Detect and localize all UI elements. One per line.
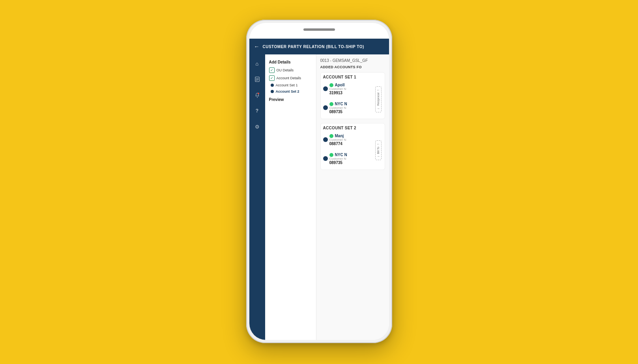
bill-arrow-left: ← (377, 142, 380, 146)
wizard-step-set1[interactable]: Account Set 1 (271, 83, 312, 87)
account-set-1-entry-1: Apoll Customer N 319913 (323, 82, 373, 95)
account-2-info: NYC N Customer N 089735 (329, 101, 373, 114)
account-check-box: ✓ (269, 75, 275, 81)
wizard-section-title: Add Details (269, 60, 312, 64)
wizard-step-set2[interactable]: Account Set 2 (271, 90, 312, 93)
account-1-name: Apoll (335, 83, 345, 87)
sidebar-help-icon[interactable]: ? (253, 106, 262, 115)
dot-col-2 (323, 105, 328, 110)
account-4-name: NYC N (335, 153, 347, 157)
ou-check-mark: ✓ (270, 69, 273, 72)
account-2-name: NYC N (335, 102, 347, 106)
svg-point-5 (258, 93, 259, 94)
screen: ← CUSTOMER PARTY RELATION (BILL TO-SHIP … (249, 39, 389, 340)
arrow-right: → (377, 107, 380, 110)
account-details-label: Account Details (277, 76, 301, 80)
account-4-number: 089735 (329, 161, 373, 165)
right-panel: 0013 - GEMSAM_GSL_GF ADDED ACCOUNTS FO A… (316, 54, 389, 340)
account-2-customer-label: Customer N (329, 106, 373, 110)
sidebar-document-icon[interactable] (253, 75, 262, 84)
sidebar-settings-icon[interactable]: ⚙ (253, 122, 262, 131)
set2-dot (271, 90, 274, 93)
header-bar: ← CUSTOMER PARTY RELATION (BILL TO-SHIP … (249, 39, 389, 54)
account-3-name: Manj (335, 134, 344, 138)
entry1-green-dot (329, 83, 333, 87)
wizard-panel: Add Details ✓ OU Details ✓ (265, 54, 316, 340)
scene: ← CUSTOMER PARTY RELATION (BILL TO-SHIP … (0, 0, 638, 364)
entry4-top-dot (323, 156, 328, 161)
entry2-green-dot (329, 102, 333, 106)
entry3-green-dot (329, 134, 333, 138)
account-4-info: NYC N Customer N 089735 (329, 152, 373, 165)
bill-to-label: Bill To (377, 147, 380, 154)
bill-to-box: ← Bill To → (375, 140, 382, 161)
main-content: Add Details ✓ OU Details ✓ (265, 54, 389, 340)
account-1-number: 319913 (329, 91, 373, 95)
set1-label: Account Set 1 (276, 83, 298, 87)
account-2-number: 089735 (329, 110, 373, 114)
wizard-step-ou[interactable]: ✓ OU Details (269, 67, 312, 73)
dot-col-1 (323, 86, 328, 91)
ou-check-box: ✓ (269, 67, 275, 73)
account-set-2-block: ACCOUNT SET 2 (320, 123, 385, 170)
arrow-left: ← (377, 88, 380, 92)
account-3-info: Manj Customer N 088774 (329, 133, 373, 146)
account-check-mark: ✓ (270, 77, 273, 80)
account-set-1-block: ACCOUNT SET 1 (320, 72, 385, 119)
account-1-info: Apoll Customer N 319913 (329, 82, 373, 95)
entry4-green-dot (329, 153, 333, 157)
account-3-customer-label: Customer N (329, 138, 373, 142)
entry1-top-dot (323, 86, 328, 91)
sidebar: ⌂ (249, 54, 265, 340)
sidebar-home-icon[interactable]: ⌂ (253, 59, 262, 68)
sidebar-notification-icon[interactable] (253, 91, 262, 99)
preview-label: Preview (269, 97, 312, 102)
phone-notch (303, 28, 335, 31)
account-set-2-entry-2: NYC N Customer N 089735 (323, 152, 373, 165)
reciprocal-connector: ← Reciprocal → (374, 82, 382, 116)
bill-to-connector: ← Bill To → (374, 133, 382, 167)
dot-col-3 (323, 137, 328, 142)
svg-point-4 (257, 97, 258, 98)
account-set-2-entry-1: Manj Customer N 088774 (323, 133, 373, 146)
spacer-2 (323, 148, 373, 152)
account-3-number: 088774 (329, 142, 373, 146)
reciprocal-label: Reciprocal (377, 93, 380, 106)
account-set-2-entries: Manj Customer N 088774 (323, 133, 373, 167)
back-button[interactable]: ← (254, 43, 260, 50)
wizard-preview-section: Preview (269, 97, 312, 102)
entry3-top-dot (323, 137, 328, 142)
header-title: CUSTOMER PARTY RELATION (BILL TO-SHIP TO… (263, 45, 364, 49)
dot-col-4 (323, 156, 328, 161)
account-set-1-entry-2: NYC N Customer N 089735 (323, 101, 373, 114)
reciprocal-box: ← Reciprocal → (375, 86, 382, 112)
account-1-customer-label: Customer N (329, 87, 373, 91)
entry2-top-dot (323, 105, 328, 110)
account-set-1-entries: Apoll Customer N 319913 (323, 82, 373, 116)
account-set-2-title: ACCOUNT SET 2 (323, 126, 382, 130)
ou-step-label: OU Details (277, 68, 294, 72)
spacer-1 (323, 97, 373, 101)
phone-bezel: ← CUSTOMER PARTY RELATION (BILL TO-SHIP … (249, 23, 389, 340)
wizard-step-account-details[interactable]: ✓ Account Details (269, 75, 312, 81)
set2-label: Account Set 2 (276, 90, 299, 93)
org-unit-header: 0013 - GEMSAM_GSL_GF (320, 58, 385, 63)
added-accounts-label: ADDED ACCOUNTS FO (320, 65, 385, 69)
account-set-1-title: ACCOUNT SET 1 (323, 75, 382, 79)
set1-dot (271, 84, 274, 87)
account-4-customer-label: Customer N (329, 157, 373, 161)
phone-shell: ← CUSTOMER PARTY RELATION (BILL TO-SHIP … (246, 20, 392, 343)
bill-arrow-right: → (377, 155, 380, 158)
